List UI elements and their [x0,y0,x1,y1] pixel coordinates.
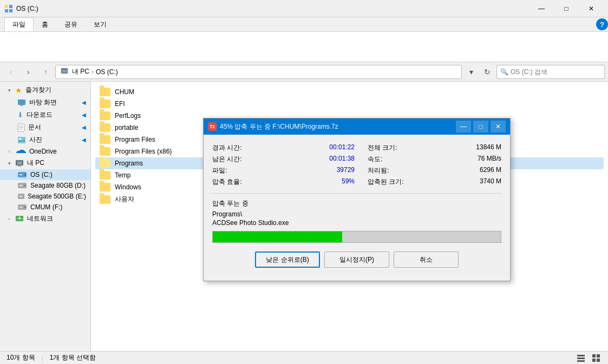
dialog-maximize-button[interactable]: □ [473,121,488,133]
folder-icon [100,100,110,108]
file-path1: Programs\ [212,210,501,218]
dialog-app-icon: 7z [208,122,217,131]
details-view-icon[interactable] [591,353,602,363]
tab-view[interactable]: 보기 [86,17,115,31]
compressed-value: 3740 M [433,177,502,187]
tab-home[interactable]: 홈 [34,17,56,31]
close-button[interactable]: ✕ [579,0,604,17]
sidebar-item-desktop[interactable]: 바탕 화면 ◀ [0,96,90,109]
dialog-buttons: 낮은 순위로(B) 일시정지(P) 취소 [212,252,501,272]
files-label: 파일: [212,166,282,175]
sidebar-item-seagate80[interactable]: Seagate 80GB (D:) [0,180,90,191]
svg-rect-3 [9,9,12,12]
svg-point-30 [18,217,21,220]
svg-point-21 [24,184,26,187]
folder-icon [100,111,110,120]
tab-file[interactable]: 파일 [4,17,34,31]
compressed-label: 압축된 크기: [359,177,428,187]
cancel-button[interactable]: 취소 [394,252,459,268]
divider [212,193,501,194]
svg-rect-34 [577,355,585,356]
sidebar-label: 내 PC [27,158,44,168]
download-icon: ⬇ [17,111,23,119]
svg-rect-5 [62,70,67,72]
item-count: 10개 항목 [6,353,35,362]
file-item-efi[interactable]: EFI [95,98,604,110]
svg-rect-39 [592,359,596,362]
folder-icon [100,147,110,156]
pin-icon: ◀ [82,137,86,143]
ribbon-content [0,31,608,62]
svg-point-27 [24,206,26,208]
ratio-value: 59% [286,177,355,187]
processed-value: 6296 M [433,166,502,175]
svg-rect-2 [5,9,8,12]
low-priority-button[interactable]: 낮은 순위로(B) [255,252,320,268]
files-value: 39729 [286,166,355,175]
star-icon: ★ [15,86,22,95]
sidebar-item-osc[interactable]: OS (C:) [0,169,90,180]
view-controls [576,353,602,363]
back-button[interactable]: ‹ [3,65,18,79]
pictures-icon [17,136,26,144]
sidebar-item-mypc[interactable]: ▾ 내 PC [0,157,90,169]
dialog-body: 경과 시간: 00:01:22 전체 크기: 13846 M 남은 시간: 00… [204,135,510,281]
hdd-f-icon [17,204,27,210]
breadcrumb: 내 PC › OS (C:) [60,67,118,76]
sidebar-item-seagate500[interactable]: Seagate 500GB (E:) [0,191,90,202]
sidebar-item-downloads[interactable]: ⬇ 다운로드 ◀ [0,109,90,121]
svg-rect-36 [577,360,585,362]
total-size-label: 전체 크기: [359,143,428,153]
address-input[interactable]: 내 PC › OS (C:) [55,65,462,79]
help-button[interactable]: ? [596,18,608,30]
svg-rect-7 [20,105,23,106]
sidebar-item-onedrive[interactable]: › OneDrive [0,146,90,157]
maximize-button[interactable]: □ [554,0,579,17]
hdd-d-icon [17,182,27,189]
pause-button[interactable]: 일시정지(P) [324,252,389,268]
sidebar-item-pictures[interactable]: 사진 ◀ [0,134,90,146]
svg-rect-37 [592,354,596,358]
file-name: PerfLogs [115,112,141,120]
file-name: Temp [115,171,130,179]
file-path2: ACDSee Photo Studio.exe [212,219,501,227]
sidebar-item-favorites[interactable]: ▾ ★ 즐겨찾기 [0,84,90,96]
tab-share[interactable]: 공유 [56,17,86,31]
svg-rect-35 [577,358,585,359]
up-button[interactable]: ↑ [38,65,53,79]
total-size-value: 13846 M [433,143,502,153]
status-text: 압축 푸는 중 [212,199,501,208]
sidebar-label: 다운로드 [27,110,53,120]
minimize-button[interactable]: — [529,0,554,17]
breadcrumb-icon [60,67,69,76]
sidebar-label: OS (C:) [30,171,53,178]
progress-bar-container [212,231,501,243]
sidebar-item-network[interactable]: › 네트워크 [0,213,90,225]
dialog-controls: — □ ✕ [456,121,506,133]
svg-rect-16 [18,166,21,167]
forward-button[interactable]: › [21,65,36,79]
sidebar-item-cmum[interactable]: CMUM (F:) [0,202,90,213]
file-name: CHUM [115,88,134,96]
dialog-minimize-button[interactable]: — [456,121,471,133]
list-view-icon[interactable] [576,353,586,363]
file-item-chum[interactable]: CHUM [95,86,604,98]
dialog-stats: 경과 시간: 00:01:22 전체 크기: 13846 M 남은 시간: 00… [212,143,501,187]
sidebar-label: Seagate 500GB (E:) [28,193,86,200]
window-title: OS (C:) [16,5,529,12]
sidebar-item-documents[interactable]: 문서 ◀ [0,121,90,134]
refresh-button[interactable]: ↻ [480,65,494,79]
dialog-title: 45% 압축 푸는 중 F:\CHUM\Programs.7z [220,122,453,131]
expand-icon: › [6,216,12,222]
svg-rect-15 [17,162,22,164]
ratio-label: 압축 효율: [212,177,282,187]
dialog-title-bar: 7z 45% 압축 푸는 중 F:\CHUM\Programs.7z — □ ✕ [204,118,510,135]
search-box[interactable]: 🔍 [496,65,605,79]
dialog-close-button[interactable]: ✕ [491,121,506,133]
processed-label: 처리됨: [359,166,428,175]
search-input[interactable] [511,68,601,76]
dropdown-arrow[interactable]: ▾ [464,65,478,79]
mypc-icon [15,160,24,167]
progress-bar-fill [213,231,342,242]
folder-icon [100,183,110,191]
